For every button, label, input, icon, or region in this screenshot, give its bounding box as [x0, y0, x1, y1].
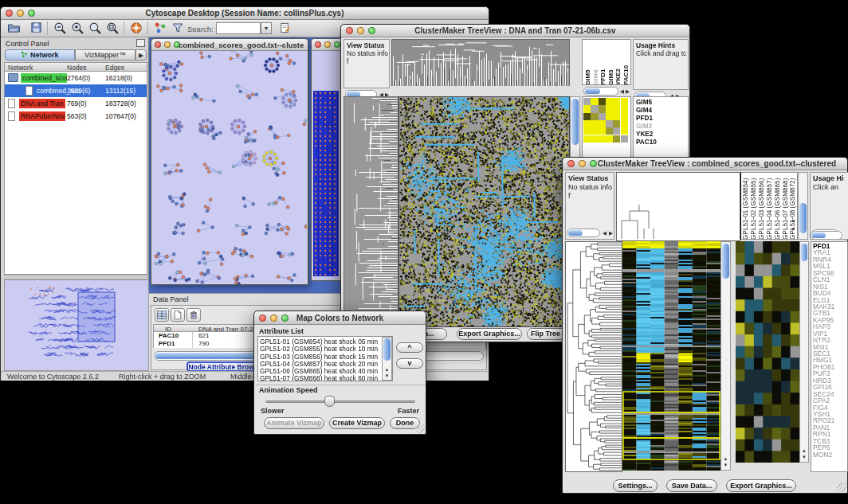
network-name[interactable]: RNAPuberNov2+: [19, 111, 65, 121]
mini-heatmap-cell[interactable]: [599, 120, 606, 127]
heatmap-vscroll-thumb[interactable]: [571, 99, 579, 145]
mini-heatmap-cell[interactable]: [583, 135, 591, 143]
array-label-GPL51-03 (GSM856)[interactable]: GPL51-03 (GSM856): [759, 174, 765, 240]
dna-heatmap-canvas[interactable]: [398, 96, 570, 327]
network-close-button[interactable]: [155, 41, 161, 48]
mini-heatmap-cell[interactable]: [606, 105, 613, 112]
zoom-selected-button[interactable]: [87, 21, 103, 36]
speed-slider-track[interactable]: [265, 400, 415, 403]
gene-list-hscrollbar[interactable]: [811, 231, 842, 240]
mini-heatmap-cell[interactable]: [621, 127, 628, 135]
network-window-2-titlebar[interactable]: [312, 39, 340, 51]
mini-heatmap-cell[interactable]: [599, 113, 606, 120]
attribute-list-vscroll-thumb[interactable]: [383, 338, 391, 361]
mini-heatmap-cell[interactable]: [613, 113, 620, 120]
network-2-maximize-button[interactable]: [334, 41, 340, 48]
mini-heatmap-cell[interactable]: [621, 113, 628, 120]
attribute-list-vscrollbar[interactable]: ▲ ▼: [382, 337, 392, 381]
network-row-RNAPuberNov2+[interactable]: RNAPuberNov2+563(0)107847(0): [5, 110, 147, 123]
move-up-button[interactable]: ^: [396, 342, 423, 353]
gene-label-GIM5[interactable]: GIM5: [636, 99, 688, 107]
array-label-GPL51-06 (GSM865)[interactable]: GPL51-06 (GSM865): [775, 174, 781, 240]
network-window-titlebar[interactable]: combined_scores_good.txt--cluste...: [151, 39, 308, 51]
column-dendrogram-canvas[interactable]: [616, 172, 740, 241]
network-minimize-button[interactable]: [164, 41, 171, 48]
scroll-left-icon[interactable]: ◀: [620, 87, 624, 96]
col-nodes[interactable]: Nodes: [67, 64, 87, 72]
help-button[interactable]: [128, 21, 144, 36]
mini-heatmap-cell[interactable]: [599, 98, 606, 105]
view-status-hscroll-thumb[interactable]: [568, 230, 583, 236]
mini-heatmap-cell[interactable]: [606, 135, 613, 143]
mini-heatmap-cell[interactable]: [613, 127, 620, 135]
mini-heatmap-cell[interactable]: [591, 105, 598, 112]
array-label-GPL51-01 (GSM854)[interactable]: GPL51-01 (GSM854): [743, 174, 749, 240]
search-dropdown-button[interactable]: ▼: [261, 22, 272, 34]
network-view-canvas[interactable]: [152, 51, 307, 284]
mini-heatmap-cell[interactable]: [583, 127, 591, 135]
zoom-heatmap-vscrollbar[interactable]: ▲ ▼: [799, 241, 809, 463]
array-labels-vscroll-thumb[interactable]: [799, 203, 807, 233]
move-down-button[interactable]: v: [396, 358, 423, 369]
expression-heatmap-canvas[interactable]: [622, 241, 720, 471]
scroll-down-icon[interactable]: ▼: [789, 226, 797, 232]
vizmapper-button[interactable]: [152, 21, 168, 36]
gene-label-PFD1[interactable]: PFD1: [636, 115, 688, 123]
mini-heatmap-cell[interactable]: [583, 98, 591, 105]
scroll-up-icon[interactable]: ▲: [383, 366, 391, 373]
row-dendrogram-canvas[interactable]: [344, 96, 398, 327]
new-attribute-button[interactable]: [171, 308, 185, 322]
attribute-item[interactable]: GPL51-07 (GSM868) heat shock 60 min: [258, 375, 392, 381]
scroll-left-icon[interactable]: ◀: [603, 229, 607, 237]
row-dendrogram-canvas[interactable]: [565, 241, 622, 472]
zoom-heatmap-vscroll-thumb[interactable]: [801, 244, 807, 261]
network-2-close-button[interactable]: [315, 41, 321, 48]
mini-heatmap-cell[interactable]: [606, 113, 613, 120]
dense-cluster-canvas[interactable]: [313, 91, 339, 276]
network-row-combined_scores[interactable]: combined_scores2764(0)16218(0): [5, 72, 147, 84]
zoom-in-button[interactable]: [69, 21, 85, 36]
gene-label-YKE2[interactable]: YKE2: [636, 131, 688, 139]
mini-heatmap-cell[interactable]: [599, 135, 606, 143]
save-session-button[interactable]: [28, 21, 44, 36]
export-graphics-button[interactable]: Export Graphics...: [726, 479, 796, 492]
resize-grip[interactable]: [837, 483, 846, 492]
col-network[interactable]: Network: [8, 64, 33, 72]
mini-heatmap-cell[interactable]: [591, 120, 598, 127]
tab-overflow-button[interactable]: ▶: [135, 49, 147, 61]
mini-heatmap-cell[interactable]: [606, 120, 613, 127]
mini-heatmap-cell[interactable]: [621, 135, 628, 143]
zoom-fit-button[interactable]: [104, 21, 120, 36]
mini-heatmap-cell[interactable]: [613, 120, 620, 127]
gene-list-hscroll-thumb[interactable]: [812, 232, 826, 238]
view-status-hscrollbar[interactable]: [567, 229, 600, 237]
save-data-button[interactable]: Save Data...: [666, 479, 717, 492]
matrix-hscroll-thumb[interactable]: [585, 88, 600, 94]
mini-heatmap-cell[interactable]: [583, 120, 591, 127]
dialog-titlebar[interactable]: Map Colors to Network: [254, 311, 426, 325]
scroll-down-icon[interactable]: ▼: [383, 373, 391, 379]
mini-heatmap-cell[interactable]: [613, 98, 620, 105]
zoom-out-button[interactable]: [52, 21, 68, 36]
animate-vizmap-button[interactable]: Animate Vizmap: [264, 417, 324, 429]
col-edges[interactable]: Edges: [105, 64, 124, 72]
annotation-button[interactable]: [277, 21, 292, 36]
network-name[interactable]: combined_scores: [21, 73, 67, 83]
scroll-right-icon[interactable]: ▶: [626, 87, 630, 96]
treeview-dna-titlebar[interactable]: ClusterMaker TreeView : DNA and Tran 07-…: [341, 25, 689, 37]
main-titlebar[interactable]: Cytoscape Desktop (Session Name: collins…: [1, 7, 489, 20]
mini-heatmap-cell[interactable]: [606, 127, 613, 135]
resize-grip[interactable]: [415, 424, 425, 433]
mini-heatmap-cell[interactable]: [591, 98, 598, 105]
tab-network[interactable]: Network: [5, 49, 75, 61]
array-labels-vscrollbar[interactable]: [798, 172, 808, 240]
column-label-GIM5[interactable]: GIM5: [585, 42, 591, 85]
mini-heatmap-cell[interactable]: [621, 98, 628, 105]
gene-label-GIM4[interactable]: GIM4: [636, 107, 688, 115]
mini-heatmap-cell[interactable]: [621, 105, 628, 112]
filter-button[interactable]: [170, 21, 186, 36]
gene-label-MON2[interactable]: MON2: [813, 451, 847, 458]
mini-heatmap-cell[interactable]: [606, 98, 613, 105]
birdseye-view-canvas[interactable]: [4, 279, 149, 371]
scroll-up-icon[interactable]: ▲: [721, 455, 730, 462]
